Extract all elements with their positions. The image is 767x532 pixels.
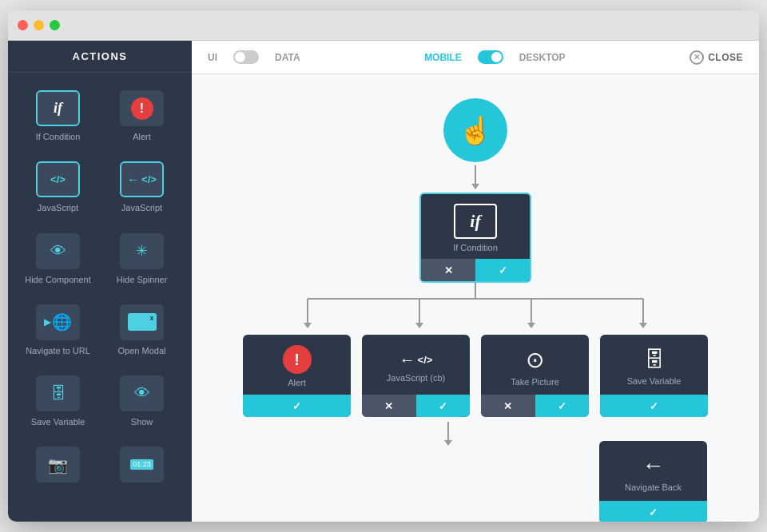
js-label: JavaScript <box>38 202 78 213</box>
if-condition-label: If Condition <box>36 131 81 142</box>
navigate-url-label: Navigate to URL <box>26 345 90 356</box>
take-picture-false-btn[interactable]: ✕ <box>481 395 535 417</box>
navigate-back-flow-node[interactable]: ← Navigate Back ✓ <box>599 441 707 522</box>
alert-label: Alert <box>133 131 151 142</box>
close-traffic-light[interactable] <box>18 20 28 30</box>
sidebar-item-show[interactable]: 👁 Show <box>100 366 184 437</box>
javascript-flow-node[interactable]: ← </> JavaScript (cb) ✕ ✓ <box>362 335 470 417</box>
take-picture-footer: ✕ ✓ <box>481 395 589 417</box>
topbar: UI DATA MOBILE DESKTOP ✕ CLOSE <box>192 41 759 74</box>
alert-icon: ! <box>131 97 153 120</box>
if-false-btn[interactable]: ✕ <box>421 259 475 281</box>
globe-icon: 🌐 <box>52 312 72 332</box>
hand-icon: ☝ <box>459 114 492 146</box>
save-variable-node-label: Save Variable <box>627 376 682 386</box>
alert-body: ! Alert <box>243 335 351 395</box>
alert-footer: ✓ <box>243 395 351 417</box>
tab-desktop[interactable]: DESKTOP <box>519 52 566 63</box>
js-icon: </> <box>50 173 66 185</box>
sidebar: ACTIONS if If Condition ! Alert <box>8 41 192 522</box>
save-variable-check-btn[interactable]: ✓ <box>600 395 708 417</box>
camera-check-icon: ✓ <box>558 400 566 412</box>
sidebar-item-javascript[interactable]: </> JavaScript <box>16 152 100 223</box>
traffic-lights <box>18 20 60 30</box>
js-check-icon: ✓ <box>439 400 447 412</box>
take-picture-body: ⊙ Take Picture <box>481 335 589 395</box>
sidebar-item-alert[interactable]: ! Alert <box>100 81 184 152</box>
alert-flow-node[interactable]: ! Alert ✓ <box>243 335 351 417</box>
flow-wrapper: ☝ if If Condition <box>228 98 723 522</box>
titlebar <box>8 10 759 41</box>
take-picture-check-btn[interactable]: ✓ <box>535 395 590 417</box>
db-node-icon: 🗄 <box>644 347 665 372</box>
spinner-icon: ✳ <box>136 242 148 260</box>
if-condition-node-label: If Condition <box>453 243 498 252</box>
camera-node-icon: ⊙ <box>526 347 544 373</box>
take-picture-node-label: Take Picture <box>511 377 559 387</box>
sidebar-item-hide-spinner[interactable]: ✳ Hide Spinner <box>100 224 184 295</box>
if-true-btn[interactable]: ✓ <box>475 259 530 281</box>
open-modal-label: Open Modal <box>118 345 166 356</box>
sidebar-item-navigate-url[interactable]: ▶ 🌐 Navigate to URL <box>16 295 100 366</box>
navigate-back-body: ← Navigate Back <box>599 441 707 501</box>
navigate-back-footer: ✓ <box>599 501 707 522</box>
arrow-right-icon: ▶ <box>44 317 50 328</box>
if-condition-footer: ✕ ✓ <box>421 259 530 281</box>
minimize-traffic-light[interactable] <box>34 20 44 30</box>
x-icon: ✕ <box>444 264 453 276</box>
navigate-back-check-btn[interactable]: ✓ <box>599 501 707 522</box>
canvas: ☝ if If Condition <box>192 74 759 522</box>
save-variable-icon-box: 🗄 <box>36 375 80 411</box>
js-node-icon: ← </> <box>399 351 433 369</box>
arrow-save-to-navigate <box>447 422 449 441</box>
save-variable-check-icon: ✓ <box>650 400 658 412</box>
js-icon-box: </> <box>36 161 80 197</box>
alert-check-icon: ✓ <box>292 400 301 412</box>
ui-toggle[interactable] <box>233 50 259 64</box>
if-condition-body: if If Condition <box>421 194 530 259</box>
camera-icon-box: 📷 <box>36 447 80 482</box>
sidebar-item-hide-component[interactable]: 👁 Hide Component <box>16 224 100 295</box>
modal-icon <box>128 313 157 331</box>
javascript-body: ← </> JavaScript (cb) <box>362 335 470 395</box>
back-arrow-node-icon: ← <box>642 453 665 478</box>
svg-marker-3 <box>304 323 312 328</box>
js-footer: ✕ ✓ <box>362 395 470 417</box>
if-condition-icon-box: if <box>36 90 80 126</box>
sidebar-title: ACTIONS <box>8 41 192 73</box>
row-navigate-back: ← Navigate Back ✓ <box>228 441 723 522</box>
tab-mobile[interactable]: MOBILE <box>424 52 462 63</box>
arrow-trigger-to-if <box>475 165 476 185</box>
tab-ui[interactable]: UI <box>208 52 217 63</box>
camera-x-icon: ✕ <box>503 400 512 412</box>
trigger-node[interactable]: ☝ <box>443 98 507 162</box>
close-label: CLOSE <box>708 52 743 63</box>
alert-check-btn[interactable]: ✓ <box>243 395 351 417</box>
navigate-back-node-label: Navigate Back <box>625 482 682 492</box>
camera-icon: 📷 <box>48 455 68 474</box>
sidebar-item-if-condition[interactable]: if If Condition <box>16 81 100 152</box>
sidebar-item-camera[interactable]: 📷 <box>16 437 100 497</box>
row-if: if If Condition ✕ ✓ <box>228 193 723 283</box>
if-condition-flow-node[interactable]: if If Condition ✕ ✓ <box>419 193 531 283</box>
js-back-icon: ← </> <box>127 173 157 187</box>
close-button[interactable]: ✕ CLOSE <box>690 50 743 65</box>
alert-icon-box: ! <box>120 90 164 126</box>
if-node-icon: if <box>454 204 497 239</box>
js-false-btn[interactable]: ✕ <box>362 395 416 417</box>
maximize-traffic-light[interactable] <box>50 20 60 30</box>
tab-data[interactable]: DATA <box>275 52 300 63</box>
alert-node-label: Alert <box>288 378 306 387</box>
hide-component-label: Hide Component <box>25 274 91 285</box>
sidebar-item-timer[interactable]: 01:23 <box>100 437 184 497</box>
show-icon-box: 👁 <box>120 375 164 411</box>
sidebar-item-save-variable[interactable]: 🗄 Save Variable <box>16 366 100 437</box>
sidebar-item-open-modal[interactable]: Open Modal <box>100 295 184 366</box>
sidebar-item-javascript-back[interactable]: ← </> JavaScript <box>100 152 184 223</box>
js-check-btn[interactable]: ✓ <box>416 395 471 417</box>
timer-icon-box: 01:23 <box>120 447 164 482</box>
take-picture-flow-node[interactable]: ⊙ Take Picture ✕ ✓ <box>481 335 589 417</box>
save-variable-flow-node[interactable]: 🗄 Save Variable ✓ <box>600 335 708 417</box>
svg-marker-9 <box>639 323 647 328</box>
mobile-toggle[interactable] <box>478 50 503 64</box>
